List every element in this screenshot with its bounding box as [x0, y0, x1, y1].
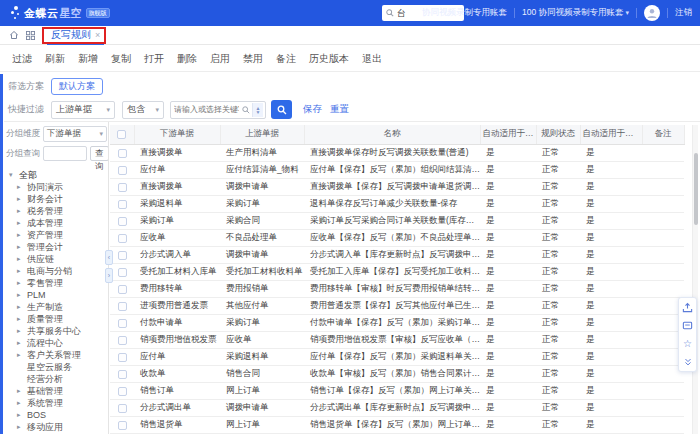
- table-row[interactable]: 应付单 应付结算清单_物料 应付单【保存】反写（累加）组织间结算清单关联应付数量…: [110, 161, 684, 178]
- save-filter-link[interactable]: 保存: [303, 103, 322, 116]
- card-view-icon[interactable]: [681, 319, 694, 332]
- tree-item[interactable]: ▸ 经营分析: [3, 373, 108, 385]
- row-checkbox[interactable]: [118, 302, 127, 311]
- table-row[interactable]: 分步式调出单 调拨申请单 分步式调出单【库存更新时点】反写调拨申请单普通调出数量…: [110, 399, 684, 416]
- row-checkbox[interactable]: [118, 336, 127, 345]
- group-search-input[interactable]: [43, 146, 87, 161]
- scrollbar-thumb[interactable]: [694, 153, 698, 225]
- column-header[interactable]: 备注: [642, 125, 684, 144]
- column-header[interactable]: 自动适用于全部业务流程: [580, 125, 642, 144]
- tree-item[interactable]: ▸ 税务管理: [3, 205, 108, 217]
- quick-launch-icon[interactable]: [681, 301, 694, 314]
- table-row[interactable]: 采购退料单 采购订单 退料单保存反写订单减少关联数量-保存 是 正常 是: [110, 195, 684, 212]
- tree-collapsed-icon[interactable]: ▸: [17, 267, 24, 275]
- table-row[interactable]: 销售退货单 网上订单 销售退货单【保存】反写（累加）网上订单关联退货数量 是 正…: [110, 416, 684, 433]
- tree-item[interactable]: ▸ 协同演示: [3, 181, 108, 193]
- tree-collapsed-icon[interactable]: ▸: [17, 243, 24, 251]
- tree-collapsed-icon[interactable]: ▸: [17, 183, 24, 191]
- row-checkbox[interactable]: [118, 183, 127, 192]
- toolbar-button[interactable]: 过滤: [12, 52, 32, 66]
- tree-collapsed-icon[interactable]: ▸: [17, 195, 24, 203]
- tree-item[interactable]: ▸ 零售管理: [3, 277, 108, 289]
- tree-item[interactable]: ▸ 成本管理: [3, 217, 108, 229]
- tree-collapsed-icon[interactable]: ▸: [17, 207, 24, 215]
- row-checkbox[interactable]: [118, 251, 127, 260]
- tree-item[interactable]: ▸ 电商与分销: [3, 265, 108, 277]
- tree-collapsed-icon[interactable]: ▸: [17, 255, 24, 263]
- dimension-select[interactable]: 下游单据▾: [43, 126, 107, 142]
- tree-item[interactable]: ▸ 质量管理: [3, 313, 108, 325]
- tree-collapsed-icon[interactable]: ▸: [17, 339, 24, 347]
- panel-expand-handle[interactable]: ›: [105, 268, 113, 283]
- avatar[interactable]: [644, 5, 660, 21]
- row-checkbox[interactable]: [118, 353, 127, 362]
- lookup-toggle-icon[interactable]: ▲▼: [252, 103, 263, 117]
- table-row[interactable]: 付款申请单 采购订单 付款申请单【保存】反写（累加）采购订单申请关联保证金 是 …: [110, 314, 684, 331]
- toolbar-button[interactable]: 退出: [362, 52, 382, 66]
- tree-root-all[interactable]: ▾ 全部: [3, 169, 108, 181]
- tree-item[interactable]: ▸ 客户关系管理: [3, 349, 108, 361]
- row-checkbox[interactable]: [118, 234, 127, 243]
- panel-collapse-handle[interactable]: ‹: [105, 250, 113, 265]
- tree-collapsed-icon[interactable]: ▸: [17, 279, 24, 287]
- tree-item[interactable]: ▸ PLM: [3, 289, 108, 301]
- tree-collapsed-icon[interactable]: ▸: [17, 411, 24, 419]
- toolbar-button[interactable]: 历史版本: [309, 52, 349, 66]
- select-all-checkbox[interactable]: [117, 130, 126, 139]
- org-selector[interactable]: 100 协同视频录制专用账套▾: [522, 7, 629, 19]
- group-query-button[interactable]: 查询: [90, 146, 109, 161]
- tree-item[interactable]: ▸ 资产管理: [3, 229, 108, 241]
- toolbar-button[interactable]: 新增: [78, 52, 98, 66]
- row-checkbox[interactable]: [118, 217, 127, 226]
- table-row[interactable]: 直接调拨单 调拨申请单 直接调拨单【保存】反写调拨申请单退货调出关联数量（退货）…: [110, 178, 684, 195]
- close-icon[interactable]: ×: [95, 30, 100, 40]
- table-row[interactable]: 收款单 销售合同 收款单【审核】反写（累加）销售合同累计收款金额 是 正常 是: [110, 365, 684, 382]
- favorite-icon[interactable]: ☆: [681, 337, 694, 350]
- row-checkbox[interactable]: [118, 404, 127, 413]
- keyword-input[interactable]: [171, 105, 242, 114]
- reset-filter-link[interactable]: 重置: [330, 103, 349, 116]
- operator-select[interactable]: 包含▾: [122, 101, 164, 119]
- row-checkbox[interactable]: [118, 319, 127, 328]
- menu-grid-icon[interactable]: [26, 31, 35, 40]
- tree-collapsed-icon[interactable]: ▸: [17, 327, 24, 335]
- table-row[interactable]: 进项费用普通发票 其他应付单 费用普通发票【保存】反写其他应付单已生成发票 是 …: [110, 297, 684, 314]
- tree-expanded-icon[interactable]: ▾: [9, 171, 16, 179]
- default-scheme-button[interactable]: 默认方案: [51, 78, 103, 95]
- table-row[interactable]: 应付单 采购退料单 应付单【保存】反写（累加）采购退料单关联应付金额 是 正常 …: [110, 348, 684, 365]
- tree-item[interactable]: ▸ 生产制造: [3, 301, 108, 313]
- row-checkbox[interactable]: [118, 149, 127, 158]
- tree-collapsed-icon[interactable]: ▸: [17, 351, 24, 359]
- row-checkbox[interactable]: [118, 421, 127, 430]
- row-checkbox[interactable]: [118, 268, 127, 277]
- row-checkbox[interactable]: [118, 166, 127, 175]
- table-row[interactable]: 分步式调入单 调拨申请单 分步式调入单【库存更新时点】反写调拨申请单退货调入数量…: [110, 246, 684, 263]
- tree-item[interactable]: ▸ 流程中心: [3, 337, 108, 349]
- table-row[interactable]: 受托加工材料入库单 受托加工材料收料单 受托加工入库单【保存】反写受托加工收料单…: [110, 263, 684, 280]
- tree-item[interactable]: ▸ 共享服务中心: [3, 325, 108, 337]
- tree-collapsed-icon[interactable]: ▸: [17, 387, 24, 395]
- column-header[interactable]: 自动适用于自由流程: [480, 125, 536, 144]
- tree-collapsed-icon[interactable]: ▸: [17, 231, 24, 239]
- tree-item[interactable]: ▸ 供应链: [3, 253, 108, 265]
- tree-item[interactable]: ▸ 星空云服务: [3, 361, 108, 373]
- toolbar-button[interactable]: 复制: [111, 52, 131, 66]
- tree-collapsed-icon[interactable]: ▸: [17, 291, 24, 299]
- tree-item[interactable]: ▸ 基础管理: [3, 385, 108, 397]
- toolbar-button[interactable]: 禁用: [243, 52, 263, 66]
- tree-item[interactable]: ▸ 系统管理: [3, 397, 108, 409]
- tree-collapsed-icon[interactable]: ▸: [17, 399, 24, 407]
- row-checkbox[interactable]: [118, 370, 127, 379]
- tree-item[interactable]: ▸ 财务会计: [3, 193, 108, 205]
- tree-item[interactable]: ▸ BOS: [3, 409, 108, 421]
- collapse-double-down-icon[interactable]: [681, 355, 694, 368]
- column-header[interactable]: 上游单据: [220, 125, 304, 144]
- toolbar-button[interactable]: 启用: [210, 52, 230, 66]
- tab-write-back-rules[interactable]: 反写规则 ×: [47, 26, 104, 45]
- toolbar-button[interactable]: 备注: [276, 52, 296, 66]
- table-row[interactable]: 费用移转单 费用报销单 费用移转单【审核】时反写费用报销单结转金额 是 正常 是: [110, 280, 684, 297]
- column-header[interactable]: 规则状态: [536, 125, 580, 144]
- table-row[interactable]: 采购订单 采购合同 采购订单反写采购合同订单关联数量(库存基准)-保存 是 正常…: [110, 212, 684, 229]
- tree-collapsed-icon[interactable]: ▸: [17, 219, 24, 227]
- tree-collapsed-icon[interactable]: ▸: [17, 315, 24, 323]
